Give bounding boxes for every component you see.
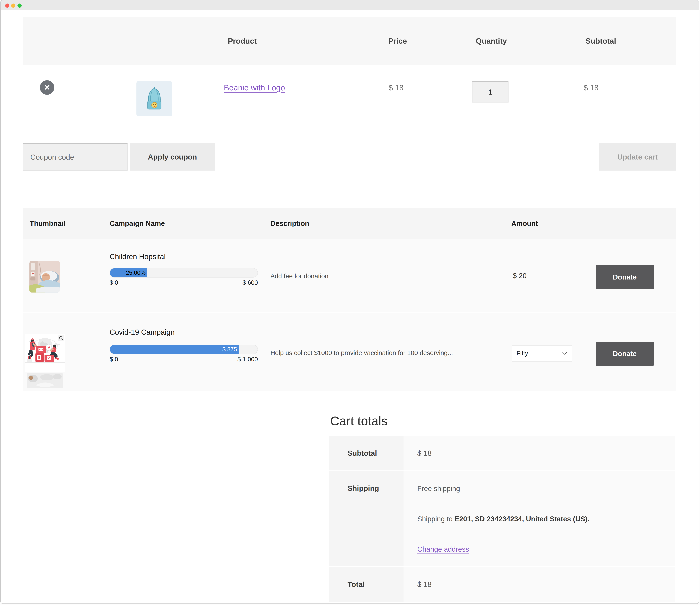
cart-actions-row: Apply coupon Update cart xyxy=(23,143,676,170)
campaign-description: Help us collect $1000 to provide vaccina… xyxy=(270,349,453,357)
shipping-label: Shipping xyxy=(329,471,403,566)
subtotal-row: Subtotal $ 18 xyxy=(329,436,675,470)
donate-button-covid[interactable]: Donate xyxy=(596,342,654,366)
cart-totals-table: Subtotal $ 18 Shipping Free shipping Shi… xyxy=(329,436,675,602)
campaign-name: Covid-19 Campaign xyxy=(109,328,175,336)
update-cart-button[interactable]: Update cart xyxy=(599,143,676,170)
chevron-down-icon xyxy=(562,351,568,355)
shipping-method: Free shipping xyxy=(417,484,460,493)
header-campaign-name: Campaign Name xyxy=(109,208,165,239)
shipping-row: Shipping Free shipping Shipping to E201,… xyxy=(329,470,675,566)
header-product: Product xyxy=(228,17,257,65)
window-titlebar xyxy=(1,0,699,10)
cart-totals-title: Cart totals xyxy=(330,413,676,429)
maximize-window-icon[interactable] xyxy=(18,3,22,8)
product-price: $ 18 xyxy=(389,83,403,92)
progress-label: $ 875 xyxy=(222,346,237,353)
header-subtotal: Subtotal xyxy=(585,17,616,65)
campaign-progress-bar: $ 875 xyxy=(109,345,258,354)
change-address-link[interactable]: Change address xyxy=(417,545,469,554)
header-quantity: Quantity xyxy=(476,17,507,65)
subtotal-label: Subtotal xyxy=(329,436,403,470)
campaign-row-covid19: Covid-19 Campaign $ 875 $ 0 $ 1,000 Help… xyxy=(23,313,676,391)
progress-fill: 25.00% xyxy=(110,268,147,277)
remove-item-icon[interactable]: ✕ xyxy=(40,80,54,95)
browser-window: Product Price Quantity Subtotal ✕ xyxy=(0,0,699,604)
minimize-window-icon[interactable] xyxy=(11,3,15,8)
progress-range: $ 0 $ 1,000 xyxy=(109,356,258,363)
close-window-icon[interactable] xyxy=(5,3,9,8)
subtotal-value: $ 18 xyxy=(403,436,675,470)
shipping-to-text: Shipping to xyxy=(417,515,454,523)
total-label: Total xyxy=(329,567,403,602)
range-min: $ 0 xyxy=(109,356,118,363)
range-min: $ 0 xyxy=(109,279,118,286)
header-price: Price xyxy=(388,17,407,65)
campaign-amount: $ 20 xyxy=(513,271,527,280)
total-row: Total $ 18 xyxy=(329,566,675,602)
campaign-row-children-hospital: Children Hopsital 25.00% $ 0 $ 600 Add f… xyxy=(23,239,676,313)
covid-secondary-image xyxy=(27,373,63,388)
progress-range: $ 0 $ 600 xyxy=(109,279,258,286)
apply-coupon-button[interactable]: Apply coupon xyxy=(130,143,215,170)
selected-amount: Fifty xyxy=(517,350,528,357)
header-thumbnail: Thumbnail xyxy=(30,208,66,239)
progress-fill: $ 875 xyxy=(110,345,239,354)
product-thumbnail[interactable] xyxy=(136,81,172,116)
campaigns-table-header: Thumbnail Campaign Name Description Amou… xyxy=(23,208,676,239)
cart-page: Product Price Quantity Subtotal ✕ xyxy=(1,17,699,602)
range-max: $ 600 xyxy=(243,279,258,286)
children-hospital-image xyxy=(29,261,60,292)
shipping-address-period: . xyxy=(588,515,590,523)
product-subtotal: $ 18 xyxy=(584,83,599,92)
header-amount: Amount xyxy=(511,208,538,239)
progress-label: 25.00% xyxy=(126,269,146,276)
campaign-thumbnail-children xyxy=(29,261,60,292)
cart-item-row: ✕ Beanie with Logo $ 18 $ 18 xyxy=(23,65,676,130)
donate-button-children[interactable]: Donate xyxy=(596,265,654,289)
header-description: Description xyxy=(270,208,309,239)
campaign-thumbnail-covid-secondary xyxy=(27,373,63,388)
shipping-address-line: Shipping to E201, SD 234234234, United S… xyxy=(417,515,590,523)
total-value: $ 18 xyxy=(403,567,675,602)
shipping-address: E201, SD 234234234, United States (US) xyxy=(454,515,588,523)
range-max: $ 1,000 xyxy=(238,356,258,363)
cart-table-header: Product Price Quantity Subtotal xyxy=(23,17,676,65)
x-glyph: ✕ xyxy=(44,83,50,92)
quantity-input[interactable] xyxy=(472,81,508,103)
shipping-value: Free shipping Shipping to E201, SD 23423… xyxy=(403,471,675,566)
covid-campaign-image xyxy=(25,334,65,372)
coupon-code-input[interactable] xyxy=(23,143,128,170)
amount-select[interactable]: Fifty xyxy=(512,345,572,362)
campaign-thumbnail-covid xyxy=(25,334,65,372)
campaign-name: Children Hopsital xyxy=(109,253,166,261)
beanie-image xyxy=(140,84,169,113)
campaign-description: Add fee for donation xyxy=(270,272,328,280)
campaign-progress-bar: 25.00% xyxy=(109,268,258,278)
product-name-link[interactable]: Beanie with Logo xyxy=(224,83,285,92)
